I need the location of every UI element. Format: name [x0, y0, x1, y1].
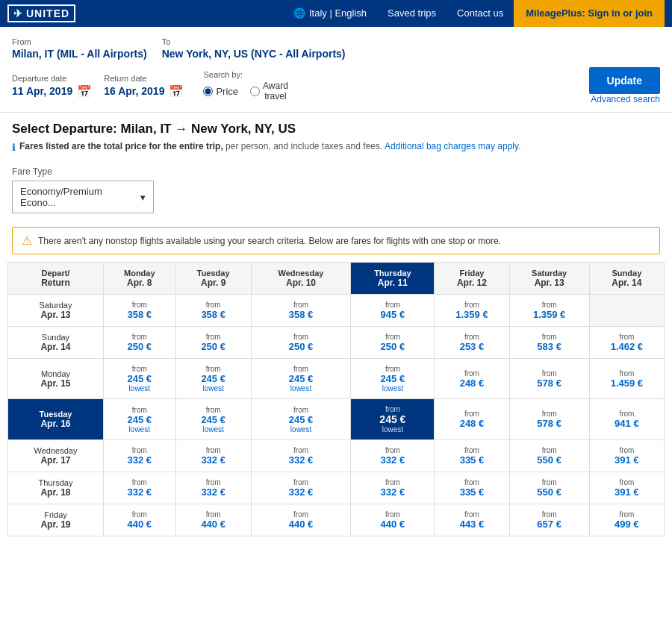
- price-cell[interactable]: from 358 €: [103, 295, 175, 327]
- price-cell[interactable]: from 332 €: [103, 472, 175, 504]
- price-cell[interactable]: from 245 € lowest: [351, 359, 435, 399]
- price-cell[interactable]: from 250 €: [251, 327, 351, 359]
- price-cell[interactable]: from 332 €: [175, 472, 251, 504]
- departure-section: Select Departure: Milan, IT → New York, …: [0, 113, 672, 159]
- price-cell[interactable]: from 250 €: [175, 327, 251, 359]
- from-value[interactable]: Milan, IT (MIL - All Airports): [12, 48, 147, 60]
- award-radio[interactable]: [250, 87, 260, 96]
- saved-trips-link[interactable]: Saved trips: [377, 0, 447, 27]
- price-cell[interactable]: from 941 €: [589, 399, 664, 440]
- price-cell[interactable]: from 332 €: [175, 440, 251, 472]
- price-cell[interactable]: from 335 €: [435, 472, 509, 504]
- warning-icon: ⚠: [22, 234, 32, 248]
- price-cell[interactable]: from 245 € lowest: [103, 359, 175, 399]
- search-right-actions: Update Advanced search: [582, 67, 660, 104]
- price-cell[interactable]: from 358 €: [251, 295, 351, 327]
- price-cell[interactable]: from 250 €: [351, 327, 435, 359]
- bag-charges-link[interactable]: Additional bag charges may apply.: [385, 141, 521, 151]
- return-input-row: 16 Apr, 2019 📅: [104, 84, 184, 98]
- price-cell[interactable]: from 578 €: [509, 399, 589, 440]
- page-title: Select Departure: Milan, IT → New York, …: [12, 122, 660, 137]
- price-cell[interactable]: from 245 € lowest: [351, 399, 435, 440]
- departure-value[interactable]: 11 Apr, 2019: [12, 85, 72, 97]
- table-row: TuesdayApr. 16 from 245 € lowest from 24…: [8, 399, 665, 440]
- globe-icon: ✈: [13, 7, 23, 19]
- price-cell[interactable]: from 440 €: [175, 504, 251, 536]
- price-cell[interactable]: from 332 €: [251, 472, 351, 504]
- price-cell[interactable]: from 253 €: [435, 327, 509, 359]
- to-label: To: [162, 37, 346, 46]
- price-cell[interactable]: from 358 €: [175, 295, 251, 327]
- departure-calendar-icon[interactable]: 📅: [77, 84, 92, 98]
- origin-field: From Milan, IT (MIL - All Airports): [12, 37, 147, 60]
- return-value[interactable]: 16 Apr, 2019: [104, 85, 164, 97]
- mileage-signin-button[interactable]: MileagePlus: Sign in or join: [514, 0, 665, 27]
- col-header-1[interactable]: MondayApr. 8: [103, 263, 175, 295]
- price-cell[interactable]: from 335 €: [435, 440, 509, 472]
- price-cell[interactable]: from 578 €: [509, 359, 589, 399]
- price-cell[interactable]: from 391 €: [589, 472, 664, 504]
- price-cell[interactable]: from 245 € lowest: [251, 399, 351, 440]
- col-header-6[interactable]: SaturdayApr. 13: [509, 263, 589, 295]
- price-cell[interactable]: from 332 €: [351, 472, 435, 504]
- price-cell[interactable]: from 250 €: [103, 327, 175, 359]
- price-cell[interactable]: from 1.462 €: [589, 327, 664, 359]
- col-header-5[interactable]: FridayApr. 12: [435, 263, 509, 295]
- to-value[interactable]: New York, NY, US (NYC - All Airports): [162, 48, 346, 60]
- price-cell[interactable]: from 583 €: [509, 327, 589, 359]
- language-selector[interactable]: 🌐 Italy | English: [283, 0, 377, 27]
- award-radio-option[interactable]: Awardtravel: [250, 81, 288, 102]
- price-cell[interactable]: from 391 €: [589, 440, 664, 472]
- price-cell[interactable]: from 443 €: [435, 504, 509, 536]
- col-header-2[interactable]: TuesdayApr. 9: [175, 263, 251, 295]
- price-cell[interactable]: from 1.459 €: [589, 359, 664, 399]
- fare-type-dropdown[interactable]: Economy/Premium Econo... ▾: [12, 181, 154, 213]
- nonstop-notice-text: There aren't any nonstop flights availab…: [38, 236, 501, 246]
- chevron-down-icon: ▾: [140, 192, 146, 203]
- price-cell[interactable]: from 550 €: [509, 472, 589, 504]
- search-by-options: Price Awardtravel: [203, 81, 287, 102]
- price-table: Depart/ReturnMondayApr. 8TuesdayApr. 9We…: [7, 262, 665, 536]
- departure-input-row: 11 Apr, 2019 📅: [12, 84, 92, 98]
- table-row: FridayApr. 19 from 440 € from 440 € from…: [8, 504, 665, 536]
- col-header-3[interactable]: WednesdayApr. 10: [251, 263, 351, 295]
- table-row: WednesdayApr. 17 from 332 € from 332 € f…: [8, 440, 665, 472]
- price-cell[interactable]: from 332 €: [103, 440, 175, 472]
- price-cell[interactable]: from 248 €: [435, 359, 509, 399]
- col-header-7[interactable]: SundayApr. 14: [589, 263, 664, 295]
- departure-date-field: Departure date 11 Apr, 2019 📅: [12, 74, 92, 98]
- row-label-1: SundayApr. 14: [8, 327, 104, 359]
- price-radio[interactable]: [203, 87, 213, 96]
- return-calendar-icon[interactable]: 📅: [169, 84, 184, 98]
- price-cell[interactable]: from 440 €: [103, 504, 175, 536]
- contact-us-link[interactable]: Contact us: [447, 0, 514, 27]
- price-cell[interactable]: from 245 € lowest: [175, 399, 251, 440]
- price-radio-option[interactable]: Price: [203, 86, 238, 97]
- price-cell[interactable]: from 245 € lowest: [175, 359, 251, 399]
- price-cell[interactable]: from 945 €: [351, 295, 435, 327]
- price-cell[interactable]: from 245 € lowest: [103, 399, 175, 440]
- row-label-5: ThursdayApr. 18: [8, 472, 104, 504]
- depart-return-header: Depart/Return: [8, 263, 104, 295]
- price-cell[interactable]: from 332 €: [251, 440, 351, 472]
- price-cell[interactable]: from 499 €: [589, 504, 664, 536]
- price-cell[interactable]: from 440 €: [351, 504, 435, 536]
- search-by-label: Search by:: [203, 70, 287, 79]
- price-cell[interactable]: from 332 €: [351, 440, 435, 472]
- return-label: Return date: [104, 74, 184, 83]
- price-cell[interactable]: from 1.359 €: [509, 295, 589, 327]
- fares-notice: ℹ Fares listed are the total price for t…: [12, 141, 660, 153]
- price-cell[interactable]: from 245 € lowest: [251, 359, 351, 399]
- price-cell[interactable]: from 1.359 €: [435, 295, 509, 327]
- price-cell[interactable]: from 440 €: [251, 504, 351, 536]
- price-cell[interactable]: from 657 €: [509, 504, 589, 536]
- nonstop-notice: ⚠ There aren't any nonstop flights avail…: [12, 227, 660, 254]
- row-label-0: SaturdayApr. 13: [8, 295, 104, 327]
- advanced-search-link[interactable]: Advanced search: [591, 94, 660, 104]
- update-button[interactable]: Update: [589, 67, 660, 94]
- search-origin-dest-row: From Milan, IT (MIL - All Airports) To N…: [12, 37, 660, 60]
- price-cell[interactable]: from 248 €: [435, 399, 509, 440]
- row-label-4: WednesdayApr. 17: [8, 440, 104, 472]
- price-cell[interactable]: from 550 €: [509, 440, 589, 472]
- col-header-4[interactable]: ThursdayApr. 11: [351, 263, 435, 295]
